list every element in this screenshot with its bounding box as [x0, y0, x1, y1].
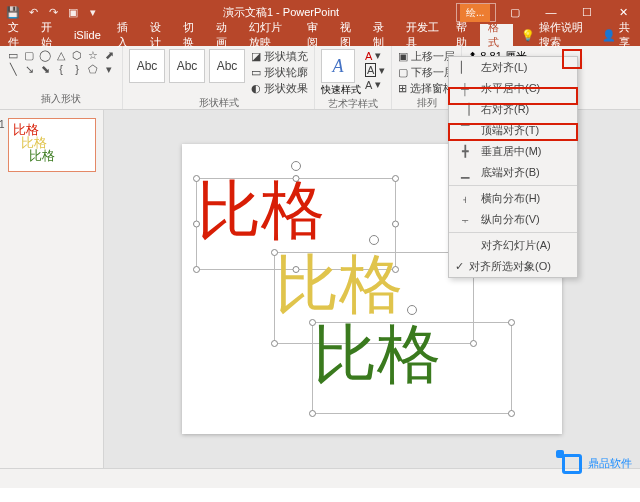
text-effects-button[interactable]: A▾ — [365, 78, 385, 91]
menu-align-top[interactable]: ▔顶端对齐(T) — [449, 120, 577, 141]
group-wordart: A 快速样式 A▾ A▾ A▾ 艺术字样式 — [315, 46, 392, 109]
quick-access-toolbar: 💾 ↶ ↷ ▣ ▾ — [0, 5, 106, 19]
tab-format[interactable]: 格式 — [480, 24, 513, 46]
check-icon: ✓ — [455, 260, 464, 273]
group-label-wordart: 艺术字样式 — [321, 97, 385, 111]
watermark: 鼎品软件 — [556, 450, 632, 476]
align-slide-icon — [457, 239, 473, 253]
share-button[interactable]: 👤共享 — [594, 20, 640, 50]
outline-icon: ▭ — [251, 66, 261, 79]
align-center-h-icon: ┼ — [457, 82, 473, 96]
tab-help[interactable]: 帮助 — [448, 24, 481, 46]
selection-pane-button[interactable]: ⊞选择窗格 — [398, 81, 455, 96]
watermark-icon — [556, 450, 582, 476]
quick-styles-button[interactable]: A 快速样式 — [321, 49, 361, 97]
tab-animations[interactable]: 动画 — [208, 24, 241, 46]
menu-align-right[interactable]: ▕右对齐(R) — [449, 99, 577, 120]
rotate-handle[interactable] — [369, 235, 379, 245]
menu-align-bottom[interactable]: ▁底端对齐(B) — [449, 162, 577, 183]
group-label-arrange: 排列 — [398, 96, 455, 110]
menu-distribute-h[interactable]: ⫞横向分布(H) — [449, 188, 577, 209]
group-label-styles: 形状样式 — [129, 96, 308, 110]
align-middle-v-icon: ╋ — [457, 145, 473, 159]
forward-icon: ▣ — [398, 50, 408, 63]
tab-view[interactable]: 视图 — [332, 24, 365, 46]
send-backward-button[interactable]: ▢下移一层 — [398, 65, 455, 80]
group-insert-shapes: ▭▢◯△⬡☆⬈ ╲↘⬊{}⬠▾ 插入形状 — [0, 46, 123, 109]
shape-effects-button[interactable]: ◐形状效果 — [251, 81, 308, 96]
align-right-icon: ▕ — [457, 103, 473, 117]
text-fill-button[interactable]: A▾ — [365, 49, 385, 62]
redo-icon[interactable]: ↷ — [46, 5, 60, 19]
menu-align-middle-v[interactable]: ╋垂直居中(M) — [449, 141, 577, 162]
fill-icon: ◪ — [251, 50, 261, 63]
pane-icon: ⊞ — [398, 82, 407, 95]
qat-more-icon[interactable]: ▾ — [86, 5, 100, 19]
slide-thumbnail-1[interactable]: 1 比格 比格 比格 — [8, 118, 96, 172]
start-icon[interactable]: ▣ — [66, 5, 80, 19]
tab-review[interactable]: 审阅 — [299, 24, 332, 46]
tab-design[interactable]: 设计 — [142, 24, 175, 46]
shapes-gallery[interactable]: ▭▢◯△⬡☆⬈ ╲↘⬊{}⬠▾ — [6, 49, 116, 75]
text-red: 比格 — [197, 179, 395, 243]
text-outline-button[interactable]: A▾ — [365, 63, 385, 77]
bulb-icon: 💡 — [521, 29, 535, 42]
textbox-green[interactable]: 比格 — [312, 322, 512, 414]
rotate-handle[interactable] — [407, 305, 417, 315]
menu-align-slide[interactable]: 对齐幻灯片(A) — [449, 235, 577, 256]
distribute-v-icon: ⫟ — [457, 213, 473, 227]
ribbon-tabs: 文件 开始 iSlide 插入 设计 切换 动画 幻灯片放映 审阅 视图 录制 … — [0, 24, 640, 46]
menu-align-left[interactable]: ▏左对齐(L) — [449, 57, 577, 78]
group-shape-styles: Abc Abc Abc ◪形状填充 ▭形状轮廓 ◐形状效果 形状样式 — [123, 46, 315, 109]
align-left-icon: ▏ — [457, 61, 473, 75]
menu-align-center-h[interactable]: ┼水平居中(C) — [449, 78, 577, 99]
align-menu: ▏左对齐(L) ┼水平居中(C) ▕右对齐(R) ▔顶端对齐(T) ╋垂直居中(… — [448, 56, 578, 278]
window-title: 演示文稿1 - PowerPoint — [106, 5, 456, 20]
tab-home[interactable]: 开始 — [33, 24, 66, 46]
undo-icon[interactable]: ↶ — [26, 5, 40, 19]
menu-distribute-v[interactable]: ⫟纵向分布(V) — [449, 209, 577, 230]
align-bottom-icon: ▁ — [457, 166, 473, 180]
align-top-icon: ▔ — [457, 124, 473, 138]
tab-file[interactable]: 文件 — [0, 24, 33, 46]
shape-outline-button[interactable]: ▭形状轮廓 — [251, 65, 308, 80]
backward-icon: ▢ — [398, 66, 408, 79]
tab-insert[interactable]: 插入 — [109, 24, 142, 46]
tab-record[interactable]: 录制 — [365, 24, 398, 46]
tab-slideshow[interactable]: 幻灯片放映 — [241, 24, 299, 46]
bring-forward-button[interactable]: ▣上移一层 — [398, 49, 455, 64]
tab-islide[interactable]: iSlide — [66, 24, 109, 46]
text-yellow: 比格 — [275, 253, 473, 317]
distribute-h-icon: ⫞ — [457, 192, 473, 206]
tab-transitions[interactable]: 切换 — [175, 24, 208, 46]
contextual-tab-label: 绘... — [460, 4, 490, 22]
share-icon: 👤 — [602, 29, 616, 42]
effects-icon: ◐ — [251, 82, 261, 95]
shape-fill-button[interactable]: ◪形状填充 — [251, 49, 308, 64]
group-label-shapes: 插入形状 — [6, 92, 116, 106]
statusbar — [0, 468, 640, 488]
thumb-number: 1 — [0, 119, 5, 130]
save-icon[interactable]: 💾 — [6, 5, 20, 19]
thumbnail-pane[interactable]: 1 比格 比格 比格 — [0, 110, 104, 468]
text-green: 比格 — [313, 323, 511, 387]
menu-align-selected[interactable]: ✓对齐所选对象(O) — [449, 256, 577, 277]
style-gallery[interactable]: Abc Abc Abc — [129, 49, 245, 96]
rotate-handle[interactable] — [291, 161, 301, 171]
tab-developer[interactable]: 开发工具 — [398, 24, 448, 46]
